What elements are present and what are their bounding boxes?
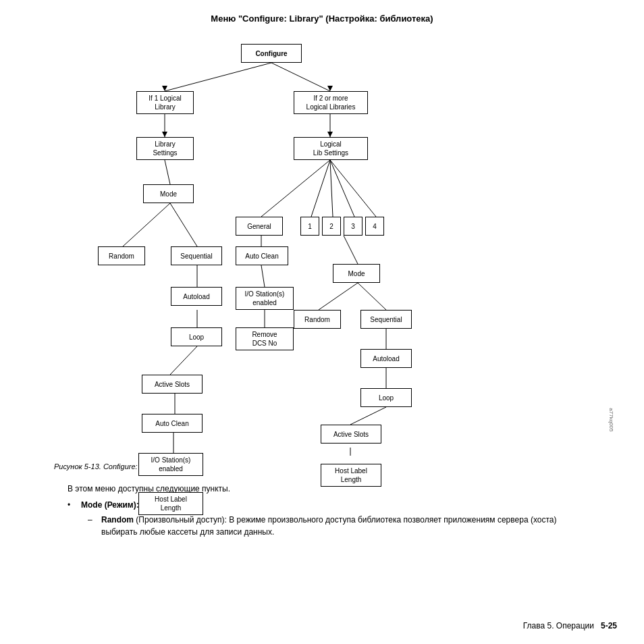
svg-line-17 [358, 283, 386, 310]
bullet-dot: • [68, 499, 77, 511]
box-logical-lib-settings: LogicalLib Settings [294, 137, 368, 160]
box-n3: 3 [344, 217, 363, 236]
box-sequential: Sequential [171, 246, 222, 265]
svg-line-1 [271, 63, 330, 91]
diagram-container: Configure If 1 LogicalLibrary If 2 or mo… [32, 37, 612, 456]
box-if2more: If 2 or moreLogical Libraries [294, 91, 368, 114]
box-n1: 1 [300, 217, 319, 236]
box-loop: Loop [171, 327, 222, 346]
box-general: General [236, 217, 283, 236]
box-active-slots: Active Slots [142, 375, 203, 394]
sub1-label: Random [101, 515, 134, 525]
bullet1-label: Mode (Режим): [81, 500, 139, 510]
box-mode2: Mode [333, 264, 380, 283]
svg-marker-29 [327, 86, 333, 91]
box-autoload: Autoload [171, 287, 222, 306]
svg-line-6 [311, 160, 330, 217]
page-footer: Глава 5. Операции 5-25 [523, 621, 617, 630]
footer-chapter: Глава 5. Операции [523, 621, 594, 630]
svg-line-24 [350, 407, 386, 425]
svg-line-21 [170, 346, 197, 375]
svg-line-5 [261, 160, 330, 217]
box-active-slots2: Active Slots [321, 425, 381, 444]
box-autoload2: Autoload [360, 349, 412, 368]
box-auto-clean: Auto Clean [236, 246, 288, 265]
box-n4: 4 [365, 217, 384, 236]
sub-random: – Random (Произвольный доступ): В режиме… [88, 514, 590, 538]
box-random: Random [98, 246, 145, 265]
footer-bold: 5-25 [601, 621, 617, 630]
svg-line-13 [344, 236, 358, 264]
svg-line-9 [330, 160, 376, 217]
sub-dash: – [88, 514, 97, 538]
svg-marker-28 [162, 86, 167, 91]
title-menu: Меню [211, 14, 238, 24]
svg-line-0 [165, 63, 271, 91]
title-subtitle: (Настройка: библиотека) [323, 14, 433, 24]
box-host-label2: Host LabelLength [321, 464, 381, 487]
box-io-station: I/O Station(s)enabled [236, 287, 294, 310]
box-if1logical: If 1 LogicalLibrary [136, 91, 194, 114]
svg-marker-30 [162, 132, 167, 137]
bullet-mode-label: Mode (Режим): [81, 499, 139, 511]
box-remove-dcs: RemoveDCS No [236, 327, 294, 350]
svg-line-16 [319, 283, 358, 310]
box-mode: Mode [143, 184, 194, 203]
box-configure: Configure [241, 44, 302, 63]
title-config: "Configure: Library" [238, 14, 323, 24]
page-title: Меню "Configure: Library" (Настройка: би… [27, 14, 617, 24]
svg-line-7 [330, 160, 333, 217]
box-n2: 2 [322, 217, 341, 236]
svg-line-15 [261, 265, 265, 287]
svg-marker-31 [327, 132, 333, 137]
box-library-settings: LibrarySettings [136, 137, 194, 160]
svg-line-10 [123, 203, 170, 246]
watermark: a77kq005 [608, 408, 614, 431]
box-auto-clean2: Auto Clean [142, 414, 203, 433]
svg-line-4 [165, 160, 170, 184]
box-loop2: Loop [360, 388, 412, 407]
box-io-enabled2: I/O Station(s)enabled [138, 453, 203, 476]
box-random2: Random [294, 310, 341, 329]
sub-random-text: Random (Произвольный доступ): В режиме п… [101, 514, 590, 538]
box-sequential2: Sequential [360, 310, 412, 329]
svg-line-11 [170, 203, 197, 246]
box-host-label: Host LabelLength [138, 492, 203, 515]
sub1-desc: (Произвольный доступ): В режиме произвол… [101, 515, 556, 537]
svg-line-8 [330, 160, 354, 217]
